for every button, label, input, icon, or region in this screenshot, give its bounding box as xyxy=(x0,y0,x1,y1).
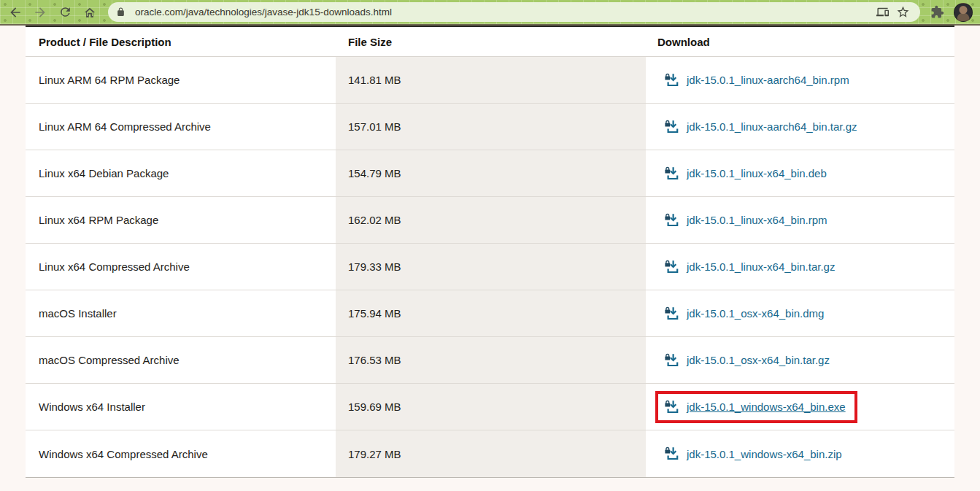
table-row: Linux ARM 64 Compressed Archive 157.01 M… xyxy=(26,104,954,150)
product-cell: Linux ARM 64 Compressed Archive xyxy=(26,104,336,150)
download-link[interactable]: jdk-15.0.1_linux-x64_bin.tar.gz xyxy=(664,260,835,274)
table-row: Linux ARM 64 RPM Package 141.81 MB jdk-1… xyxy=(26,57,954,104)
download-link-text: jdk-15.0.1_linux-aarch64_bin.rpm xyxy=(687,74,849,86)
profile-avatar[interactable] xyxy=(954,3,973,22)
secure-download-icon xyxy=(664,353,679,368)
bookmark-star-icon[interactable] xyxy=(892,4,913,21)
download-link-text: jdk-15.0.1_linux-x64_bin.tar.gz xyxy=(687,260,835,273)
product-cell: macOS Compressed Archive xyxy=(26,337,336,383)
download-cell: jdk-15.0.1_linux-x64_bin.deb xyxy=(646,150,954,196)
size-cell: 141.81 MB xyxy=(336,57,646,103)
download-cell: jdk-15.0.1_windows-x64_bin.exe xyxy=(646,384,954,430)
product-cell: Windows x64 Compressed Archive xyxy=(26,430,336,477)
download-cell: jdk-15.0.1_osx-x64_bin.tar.gz xyxy=(646,337,954,383)
download-link[interactable]: jdk-15.0.1_osx-x64_bin.tar.gz xyxy=(664,353,830,368)
puzzle-icon xyxy=(930,5,944,19)
download-link-text: jdk-15.0.1_linux-aarch64_bin.tar.gz xyxy=(687,120,857,133)
back-icon xyxy=(8,5,23,20)
download-link-text: jdk-15.0.1_osx-x64_bin.tar.gz xyxy=(687,354,830,366)
download-cell: jdk-15.0.1_osx-x64_bin.dmg xyxy=(646,290,954,336)
page-content: Product / File Description File Size Dow… xyxy=(0,27,980,491)
send-to-devices-icon[interactable] xyxy=(872,4,892,21)
secure-download-icon xyxy=(664,446,679,461)
secure-download-icon xyxy=(664,166,679,181)
url-text[interactable]: oracle.com/java/technologies/javase-jdk1… xyxy=(135,7,392,18)
secure-download-icon xyxy=(664,120,679,134)
secure-download-icon xyxy=(664,260,679,274)
download-link-text: jdk-15.0.1_linux-x64_bin.deb xyxy=(687,167,827,179)
size-cell: 154.79 MB xyxy=(336,150,646,196)
table-row: macOS Compressed Archive 176.53 MB jdk-1… xyxy=(26,337,954,384)
header-product: Product / File Description xyxy=(26,36,336,48)
table-row: Linux x64 Debian Package 154.79 MB jdk-1… xyxy=(26,150,954,197)
product-cell: Linux x64 Debian Package xyxy=(26,150,336,196)
table-row: Windows x64 Compressed Archive 179.27 MB… xyxy=(26,430,954,477)
header-file-size: File Size xyxy=(336,36,646,48)
download-link[interactable]: jdk-15.0.1_osx-x64_bin.dmg xyxy=(664,306,824,321)
header-download: Download xyxy=(646,36,954,48)
product-cell: macOS Installer xyxy=(26,290,336,336)
back-button[interactable] xyxy=(4,1,26,23)
download-link-text: jdk-15.0.1_windows-x64_bin.zip xyxy=(687,448,842,460)
extensions-button[interactable] xyxy=(927,3,946,22)
table-row: Linux x64 Compressed Archive 179.33 MB j… xyxy=(26,244,954,290)
product-cell: Windows x64 Installer xyxy=(26,384,336,430)
home-icon xyxy=(82,5,97,20)
secure-download-icon xyxy=(664,306,679,321)
size-cell: 176.53 MB xyxy=(336,337,646,383)
table-row: Linux x64 RPM Package 162.02 MB jdk-15.0… xyxy=(26,197,954,244)
download-cell: jdk-15.0.1_linux-aarch64_bin.rpm xyxy=(646,57,954,103)
product-cell: Linux x64 Compressed Archive xyxy=(26,244,336,290)
refresh-icon xyxy=(58,5,72,19)
table-row: macOS Installer 175.94 MB jdk-15.0.1_osx… xyxy=(26,290,954,337)
refresh-button[interactable] xyxy=(54,1,76,23)
download-cell: jdk-15.0.1_linux-x64_bin.rpm xyxy=(646,197,954,243)
download-link[interactable]: jdk-15.0.1_windows-x64_bin.zip xyxy=(664,446,842,461)
download-link[interactable]: jdk-15.0.1_windows-x64_bin.exe xyxy=(655,391,857,423)
download-link[interactable]: jdk-15.0.1_linux-aarch64_bin.rpm xyxy=(664,73,849,88)
product-cell: Linux x64 RPM Package xyxy=(26,197,336,243)
download-link-text: jdk-15.0.1_windows-x64_bin.exe xyxy=(687,401,846,413)
table-body: Linux ARM 64 RPM Package 141.81 MB jdk-1… xyxy=(26,57,954,477)
size-cell: 157.01 MB xyxy=(336,104,646,150)
forward-button[interactable] xyxy=(29,1,51,23)
secure-download-icon xyxy=(664,73,679,88)
size-cell: 175.94 MB xyxy=(336,290,646,336)
lock-icon[interactable] xyxy=(116,7,126,18)
download-link[interactable]: jdk-15.0.1_linux-x64_bin.rpm xyxy=(664,213,827,228)
address-bar[interactable]: oracle.com/java/technologies/javase-jdk1… xyxy=(108,2,920,22)
downloads-table: Product / File Description File Size Dow… xyxy=(26,26,954,478)
download-link-text: jdk-15.0.1_osx-x64_bin.dmg xyxy=(687,307,824,320)
download-cell: jdk-15.0.1_windows-x64_bin.zip xyxy=(646,430,954,477)
forward-icon xyxy=(33,5,47,20)
size-cell: 179.33 MB xyxy=(336,244,646,290)
product-cell: Linux ARM 64 RPM Package xyxy=(26,57,336,103)
secure-download-icon xyxy=(664,213,679,228)
table-row: Windows x64 Installer 159.69 MB jdk-15.0… xyxy=(26,384,954,430)
home-button[interactable] xyxy=(79,1,101,23)
download-cell: jdk-15.0.1_linux-x64_bin.tar.gz xyxy=(646,244,954,290)
download-cell: jdk-15.0.1_linux-aarch64_bin.tar.gz xyxy=(646,104,954,150)
secure-download-icon xyxy=(664,400,679,414)
browser-toolbar: oracle.com/java/technologies/javase-jdk1… xyxy=(0,0,980,26)
size-cell: 179.27 MB xyxy=(336,430,646,477)
size-cell: 159.69 MB xyxy=(336,384,646,430)
size-cell: 162.02 MB xyxy=(336,197,646,243)
download-link[interactable]: jdk-15.0.1_linux-aarch64_bin.tar.gz xyxy=(664,120,857,134)
download-link[interactable]: jdk-15.0.1_linux-x64_bin.deb xyxy=(664,166,827,181)
download-link-text: jdk-15.0.1_linux-x64_bin.rpm xyxy=(687,214,827,226)
table-header-row: Product / File Description File Size Dow… xyxy=(26,27,954,57)
